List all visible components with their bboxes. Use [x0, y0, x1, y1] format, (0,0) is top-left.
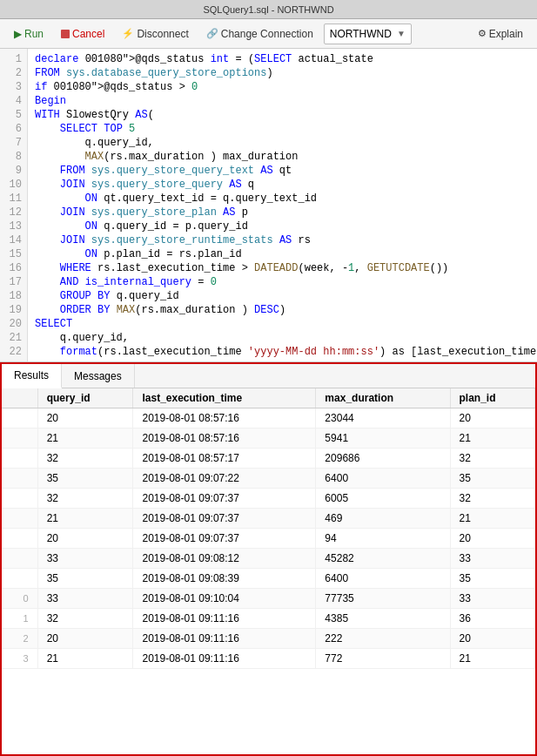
- table-row: 1322019-08-01 09:11:16438536: [2, 609, 535, 629]
- row-number-cell: [2, 408, 37, 429]
- table-cell-max_duration: 6005: [316, 489, 450, 509]
- table-cell-query_id: 35: [37, 469, 133, 489]
- disconnect-button[interactable]: ⚡ Disconnect: [115, 24, 195, 44]
- title-bar-text: SQLQuery1.sql - NORTHWND: [7, 4, 530, 15]
- table-cell-plan_id: 33: [450, 549, 534, 569]
- table-cell-query_id: 20: [37, 529, 133, 549]
- table-body: 202019-08-01 08:57:162304420212019-08-01…: [2, 408, 535, 669]
- table-cell-plan_id: 21: [450, 509, 534, 529]
- table-cell-max_duration: 209686: [316, 449, 450, 469]
- cancel-label: Cancel: [72, 28, 104, 40]
- table-cell-max_duration: 45282: [316, 549, 450, 569]
- tab-messages[interactable]: Messages: [62, 364, 135, 388]
- tab-results[interactable]: Results: [2, 364, 62, 388]
- explain-label: Explain: [489, 28, 523, 40]
- row-number-cell: [2, 469, 37, 489]
- table-cell-max_duration: 94: [316, 529, 450, 549]
- table-cell-plan_id: 20: [450, 408, 534, 429]
- table-cell-last_execution_time: 2019-08-01 09:10:04: [133, 589, 316, 609]
- table-row: 212019-08-01 08:57:16594121: [2, 429, 535, 449]
- table-cell-query_id: 32: [37, 449, 133, 469]
- table-header: query_idlast_execution_timemax_durationp…: [2, 388, 535, 408]
- table-row: 352019-08-01 09:08:39640035: [2, 569, 535, 589]
- table-row: 322019-08-01 09:07:37600532: [2, 489, 535, 509]
- dropdown-arrow-icon: ▼: [397, 29, 406, 38]
- table-cell-query_id: 21: [37, 509, 133, 529]
- table-cell-last_execution_time: 2019-08-01 08:57:16: [133, 408, 316, 429]
- table-cell-query_id: 20: [37, 629, 133, 649]
- table-cell-plan_id: 32: [450, 489, 534, 509]
- table-cell-query_id: 21: [37, 649, 133, 669]
- cancel-button[interactable]: Cancel: [54, 24, 111, 44]
- results-table-container[interactable]: query_idlast_execution_timemax_durationp…: [2, 388, 535, 754]
- table-row: 202019-08-01 08:57:162304420: [2, 408, 535, 429]
- row-number-cell: [2, 509, 37, 529]
- table-cell-last_execution_time: 2019-08-01 09:07:37: [133, 529, 316, 549]
- row-number-cell: [2, 449, 37, 469]
- run-button[interactable]: ▶ Run: [7, 24, 50, 44]
- table-cell-last_execution_time: 2019-08-01 08:57:17: [133, 449, 316, 469]
- title-bar: SQLQuery1.sql - NORTHWND: [0, 0, 537, 19]
- line-numbers: 12345678910111213141516171819202122: [0, 49, 28, 361]
- row-number-cell: 0: [2, 589, 37, 609]
- table-cell-plan_id: 20: [450, 629, 534, 649]
- table-cell-plan_id: 36: [450, 609, 534, 629]
- table-row: 202019-08-01 09:07:379420: [2, 529, 535, 549]
- disconnect-label: Disconnect: [137, 28, 188, 40]
- table-row: 3212019-08-01 09:11:1677221: [2, 649, 535, 669]
- table-cell-max_duration: 77735: [316, 589, 450, 609]
- change-connection-icon: 🔗: [206, 28, 218, 39]
- table-row: 2202019-08-01 09:11:1622220: [2, 629, 535, 649]
- table-cell-max_duration: 6400: [316, 469, 450, 489]
- table-cell-plan_id: 32: [450, 449, 534, 469]
- table-cell-last_execution_time: 2019-08-01 09:08:39: [133, 569, 316, 589]
- column-header-last_execution_time: last_execution_time: [133, 388, 316, 408]
- table-cell-last_execution_time: 2019-08-01 08:57:16: [133, 429, 316, 449]
- table-cell-plan_id: 33: [450, 589, 534, 609]
- explain-button[interactable]: ⚙ Explain: [471, 24, 530, 44]
- table-cell-last_execution_time: 2019-08-01 09:08:12: [133, 549, 316, 569]
- table-cell-query_id: 35: [37, 569, 133, 589]
- table-cell-plan_id: 21: [450, 429, 534, 449]
- explain-icon: ⚙: [478, 28, 487, 39]
- row-number-cell: 1: [2, 609, 37, 629]
- table-cell-query_id: 33: [37, 549, 133, 569]
- table-cell-plan_id: 35: [450, 469, 534, 489]
- table-cell-plan_id: 21: [450, 649, 534, 669]
- code-content[interactable]: declare 001080">@qds_status int = (SELEC…: [28, 49, 537, 361]
- table-cell-query_id: 32: [37, 489, 133, 509]
- cancel-icon: [61, 30, 70, 38]
- table-cell-last_execution_time: 2019-08-01 09:07:22: [133, 469, 316, 489]
- table-cell-plan_id: 20: [450, 529, 534, 549]
- table-cell-plan_id: 35: [450, 569, 534, 589]
- run-label: Run: [24, 28, 44, 40]
- table-cell-last_execution_time: 2019-08-01 09:07:37: [133, 509, 316, 529]
- disconnect-icon: ⚡: [122, 28, 134, 39]
- table-cell-max_duration: 23044: [316, 408, 450, 429]
- change-connection-button[interactable]: 🔗 Change Connection: [199, 24, 320, 44]
- column-header-query_id: query_id: [37, 388, 133, 408]
- row-number-header: [2, 388, 37, 408]
- connection-dropdown[interactable]: NORTHWND ▼: [324, 24, 412, 44]
- table-cell-query_id: 20: [37, 408, 133, 429]
- code-editor: 12345678910111213141516171819202122 decl…: [0, 49, 537, 362]
- table-cell-max_duration: 469: [316, 509, 450, 529]
- table-cell-last_execution_time: 2019-08-01 09:11:16: [133, 629, 316, 649]
- table-cell-last_execution_time: 2019-08-01 09:11:16: [133, 609, 316, 629]
- column-header-plan_id: plan_id: [450, 388, 534, 408]
- toolbar: ▶ Run Cancel ⚡ Disconnect 🔗 Change Conne…: [0, 19, 537, 49]
- table-cell-query_id: 21: [37, 429, 133, 449]
- table-cell-max_duration: 5941: [316, 429, 450, 449]
- results-table: query_idlast_execution_timemax_durationp…: [2, 388, 535, 669]
- results-panel: Results Messages query_idlast_execution_…: [0, 362, 537, 756]
- row-number-cell: [2, 429, 37, 449]
- column-header-max_duration: max_duration: [316, 388, 450, 408]
- row-number-cell: 2: [2, 629, 37, 649]
- row-number-cell: [2, 569, 37, 589]
- change-connection-label: Change Connection: [221, 28, 313, 40]
- table-cell-max_duration: 6400: [316, 569, 450, 589]
- table-row: 212019-08-01 09:07:3746921: [2, 509, 535, 529]
- table-cell-max_duration: 222: [316, 629, 450, 649]
- table-row: 322019-08-01 08:57:1720968632: [2, 449, 535, 469]
- table-cell-max_duration: 4385: [316, 609, 450, 629]
